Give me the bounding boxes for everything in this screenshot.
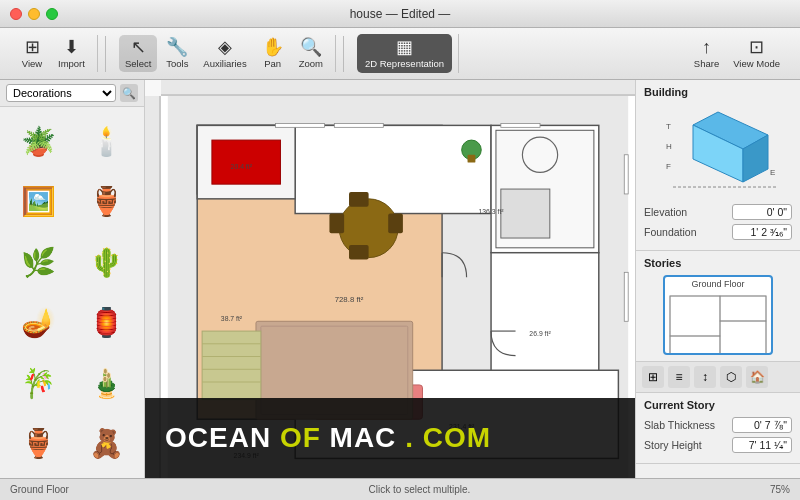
- status-ground-floor: Ground Floor: [10, 484, 69, 495]
- list-item[interactable]: 🖼️: [6, 174, 70, 231]
- svg-rect-26: [349, 245, 369, 260]
- svg-text:T: T: [666, 122, 671, 131]
- svg-rect-47: [624, 155, 628, 194]
- foundation-row: Foundation 1' 2 ³⁄₁₆": [644, 224, 792, 240]
- status-hint: Click to select multiple.: [369, 484, 471, 495]
- current-story-title: Current Story: [644, 399, 792, 411]
- view-mode-label: View Mode: [733, 58, 780, 69]
- stories-section: Stories Ground Floor: [636, 251, 800, 362]
- list-item[interactable]: 🎋: [6, 355, 70, 412]
- auxiliaries-label: Auxiliaries: [203, 58, 246, 69]
- rp-icon-btn-4[interactable]: ⬡: [720, 366, 742, 388]
- svg-text:234.9 ft²: 234.9 ft²: [234, 452, 260, 459]
- traffic-lights: [10, 8, 58, 20]
- toolbar-group-view: ⊞ View ⬇ Import: [8, 35, 98, 72]
- list-item[interactable]: 🧸: [74, 416, 138, 473]
- close-button[interactable]: [10, 8, 22, 20]
- svg-text:26.9 ft²: 26.9 ft²: [529, 330, 551, 337]
- window-title: house — Edited —: [350, 7, 451, 21]
- ground-floor-thumb[interactable]: Ground Floor: [663, 275, 773, 355]
- select-label: Select: [125, 58, 151, 69]
- left-panel-header: Decorations 🔍: [0, 80, 144, 107]
- building-title: Building: [644, 86, 792, 98]
- stories-grid: Ground Floor: [644, 275, 792, 355]
- list-item[interactable]: 🌵: [74, 234, 138, 291]
- statusbar: Ground Floor Click to select multiple. 7…: [0, 478, 800, 500]
- list-item[interactable]: 🪔: [6, 295, 70, 352]
- search-button[interactable]: 🔍: [120, 84, 138, 102]
- list-item[interactable]: 🕯️: [74, 113, 138, 170]
- svg-text:E: E: [770, 168, 775, 177]
- rp-icon-btn-2[interactable]: ≡: [668, 366, 690, 388]
- zoom-control[interactable]: 75%: [770, 484, 790, 495]
- import-button[interactable]: ⬇ Import: [52, 35, 91, 72]
- list-item[interactable]: 🎍: [74, 355, 138, 412]
- svg-rect-46: [501, 123, 540, 127]
- view-button[interactable]: ⊞ View: [14, 35, 50, 72]
- auxiliaries-icon: ◈: [218, 38, 232, 56]
- pan-button[interactable]: ✋ Pan: [255, 35, 291, 72]
- svg-rect-25: [349, 192, 369, 207]
- slab-value[interactable]: 0' 7 ⁷⁄₈": [732, 417, 792, 433]
- view-icon: ⊞: [25, 38, 40, 56]
- svg-rect-36: [468, 155, 476, 163]
- ruler-left: [145, 96, 161, 478]
- tools-icon: 🔧: [166, 38, 188, 56]
- rp-icon-btn-5[interactable]: 🏠: [746, 366, 768, 388]
- right-panel: Building T H F E: [635, 80, 800, 478]
- svg-rect-2: [145, 96, 161, 478]
- svg-rect-57: [670, 296, 766, 355]
- svg-text:20.4 ft²: 20.4 ft²: [231, 163, 253, 170]
- slab-row: Slab Thickness 0' 7 ⁷⁄₈": [644, 417, 792, 433]
- 2d-rep-label: 2D Representation: [365, 58, 444, 69]
- select-button[interactable]: ↖ Select: [119, 35, 157, 72]
- right-panel-icon-row: ⊞ ≡ ↕ ⬡ 🏠: [636, 362, 800, 393]
- share-button[interactable]: ↑ Share: [688, 35, 725, 72]
- zoom-icon: 🔍: [300, 38, 322, 56]
- ground-floor-label: Ground Floor: [665, 279, 771, 289]
- svg-rect-30: [202, 331, 261, 400]
- share-label: Share: [694, 58, 719, 69]
- items-grid: 🪴🕯️🖼️🏺🌿🌵🪔🏮🎋🎍🏺🧸: [0, 107, 144, 478]
- view-mode-button[interactable]: ⊡ View Mode: [727, 35, 786, 72]
- tools-button[interactable]: 🔧 Tools: [159, 35, 195, 72]
- svg-rect-14: [501, 189, 550, 238]
- toolbar-divider-2: [343, 36, 344, 72]
- select-icon: ↖: [131, 38, 146, 56]
- svg-rect-28: [388, 214, 403, 234]
- list-item[interactable]: 🏺: [6, 416, 70, 473]
- zoom-label: Zoom: [299, 58, 323, 69]
- auxiliaries-button[interactable]: ◈ Auxiliaries: [197, 35, 252, 72]
- titlebar: house — Edited —: [0, 0, 800, 28]
- list-item[interactable]: 🌿: [6, 234, 70, 291]
- svg-rect-45: [334, 123, 383, 127]
- left-panel: Decorations 🔍 🪴🕯️🖼️🏺🌿🌵🪔🏮🎋🎍🏺🧸: [0, 80, 145, 478]
- maximize-button[interactable]: [46, 8, 58, 20]
- foundation-value[interactable]: 1' 2 ³⁄₁₆": [732, 224, 792, 240]
- view-mode-icon: ⊡: [749, 38, 764, 56]
- list-item[interactable]: 🏮: [74, 295, 138, 352]
- floorplan[interactable]: 20.4 ft² 136.3 ft² 728.8 ft² 26.9 ft² 38…: [161, 96, 635, 478]
- canvas-area[interactable]: 20.4 ft² 136.3 ft² 728.8 ft² 26.9 ft² 38…: [145, 80, 635, 478]
- rp-icon-btn-1[interactable]: ⊞: [642, 366, 664, 388]
- rp-icon-btn-3[interactable]: ↕: [694, 366, 716, 388]
- story-height-row: Story Height 7' 11 ¹⁄₄": [644, 437, 792, 453]
- svg-text:728.8 ft²: 728.8 ft²: [335, 295, 364, 304]
- zoom-button[interactable]: 🔍 Zoom: [293, 35, 329, 72]
- view-label: View: [22, 58, 42, 69]
- svg-rect-22: [256, 321, 413, 419]
- list-item[interactable]: 🏺: [74, 174, 138, 231]
- status-right: 75%: [770, 484, 790, 495]
- toolbar-divider-1: [105, 36, 106, 72]
- svg-rect-7: [295, 125, 491, 213]
- svg-text:38.7 ft²: 38.7 ft²: [221, 315, 243, 322]
- decorations-dropdown[interactable]: Decorations: [6, 84, 116, 102]
- story-height-value[interactable]: 7' 11 ¹⁄₄": [732, 437, 792, 453]
- pan-label: Pan: [264, 58, 281, 69]
- svg-text:H: H: [666, 142, 672, 151]
- minimize-button[interactable]: [28, 8, 40, 20]
- svg-rect-44: [276, 123, 325, 127]
- list-item[interactable]: 🪴: [6, 113, 70, 170]
- 2d-representation-button[interactable]: ▦ 2D Representation: [357, 34, 452, 73]
- elevation-value[interactable]: 0' 0": [732, 204, 792, 220]
